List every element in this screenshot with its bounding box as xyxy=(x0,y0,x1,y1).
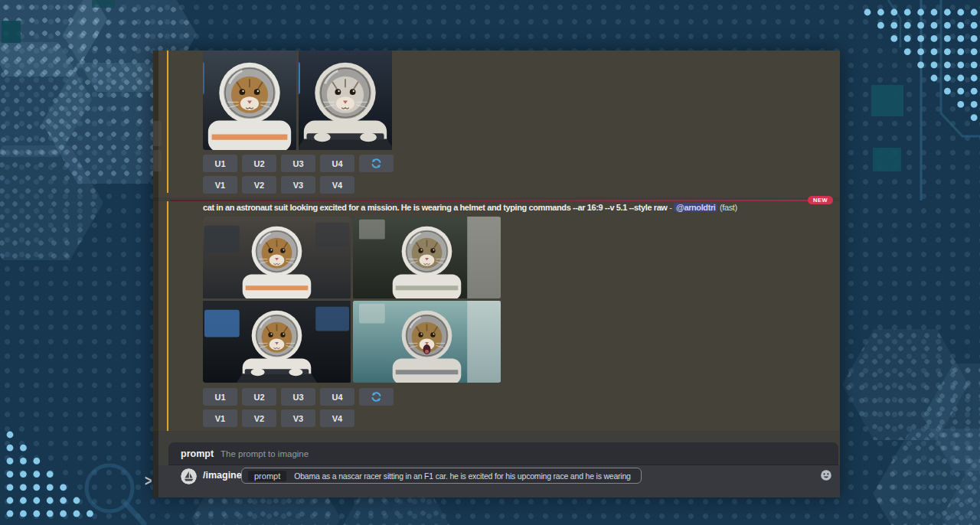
sailboat-icon xyxy=(181,468,197,484)
generated-image-tile[interactable] xyxy=(299,51,392,150)
teal-square-decor xyxy=(871,85,903,116)
midjourney-v2-button[interactable]: V2 xyxy=(242,409,276,427)
command-input-value[interactable]: Obama as a nascar racer sitting in an F1… xyxy=(294,471,631,481)
midjourney-v1-button[interactable]: V1 xyxy=(203,409,237,427)
expand-chevron-icon[interactable]: > xyxy=(145,473,152,491)
generated-image-tile[interactable] xyxy=(353,301,501,383)
cat-astronaut-art xyxy=(353,301,501,383)
emoji-picker-button[interactable] xyxy=(820,469,832,481)
midjourney-u1-button[interactable]: U1 xyxy=(203,388,237,406)
midjourney-v2-button[interactable]: V2 xyxy=(242,176,276,194)
generated-image-tile[interactable] xyxy=(203,217,351,298)
dash-separator: - xyxy=(669,203,671,212)
prompt-text-line: cat in an astronaut suit looking excited… xyxy=(203,203,737,212)
cat-astronaut-art xyxy=(299,51,392,150)
option-chip: prompt xyxy=(248,471,286,481)
variation-button-row: V1V2V3V4 xyxy=(203,409,354,427)
teal-square-decor xyxy=(873,148,901,171)
upscale-button-row: U1U2U3U4 xyxy=(203,155,394,172)
upscale-button-row: U1U2U3U4 xyxy=(203,388,394,406)
command-input-box[interactable]: prompt Obama as a nascar racer sitting i… xyxy=(241,468,642,484)
reroll-button[interactable] xyxy=(359,155,394,172)
midjourney-v4-button[interactable]: V4 xyxy=(320,176,354,194)
generated-image-grid[interactable] xyxy=(203,51,393,150)
midjourney-message-partial: U1U2U3U4 V1V2V3V4 xyxy=(153,51,840,197)
cat-astronaut-art xyxy=(353,217,501,298)
cat-astronaut-art xyxy=(203,217,351,298)
midjourney-message: cat in an astronaut suit looking excited… xyxy=(153,201,840,431)
midjourney-u3-button[interactable]: U3 xyxy=(281,155,315,172)
option-name: prompt xyxy=(181,448,214,459)
midjourney-bot-avatar xyxy=(181,468,197,484)
midjourney-v3-button[interactable]: V3 xyxy=(281,176,315,194)
reroll-circular-arrows-icon xyxy=(371,391,382,403)
prompt-text: cat in an astronaut suit looking excited… xyxy=(203,203,668,212)
screen: { "background": { "base_color": "#173750… xyxy=(0,0,980,525)
smiley-icon xyxy=(820,469,832,481)
slash-command-autocomplete[interactable]: prompt The prompt to imagine xyxy=(168,442,838,465)
midjourney-v4-button[interactable]: V4 xyxy=(320,409,354,427)
midjourney-v3-button[interactable]: V3 xyxy=(281,409,315,427)
midjourney-u2-button[interactable]: U2 xyxy=(242,155,276,172)
slash-command-label: /imagine xyxy=(203,470,242,481)
mention-highlight-border xyxy=(167,51,168,193)
generated-image-tile[interactable] xyxy=(203,301,351,383)
midjourney-u1-button[interactable]: U1 xyxy=(203,155,237,172)
speed-note: (fast) xyxy=(720,203,737,212)
cat-astronaut-art xyxy=(203,301,351,383)
mention-highlight-border xyxy=(167,201,168,431)
variation-button-row: V1V2V3V4 xyxy=(203,176,354,194)
generated-image-grid[interactable] xyxy=(203,217,501,383)
midjourney-u4-button[interactable]: U4 xyxy=(320,388,354,406)
reroll-button[interactable] xyxy=(359,388,394,406)
reroll-circular-arrows-icon xyxy=(371,158,382,169)
cat-astronaut-art xyxy=(203,51,296,150)
midjourney-u4-button[interactable]: U4 xyxy=(320,155,354,172)
teal-square-decor xyxy=(2,21,21,43)
midjourney-v1-button[interactable]: V1 xyxy=(203,176,237,194)
option-description: The prompt to imagine xyxy=(220,449,309,458)
generated-image-tile[interactable] xyxy=(353,217,501,298)
generated-image-tile[interactable] xyxy=(203,51,296,150)
user-mention[interactable]: @arnoldtri xyxy=(674,203,717,212)
midjourney-u3-button[interactable]: U3 xyxy=(281,388,315,406)
discord-window: U1U2U3U4 V1V2V3V4 NEW cat in an astronau… xyxy=(153,51,840,497)
message-input-bar: /imagine prompt Obama as a nascar racer … xyxy=(158,465,840,497)
teal-square-decor xyxy=(92,0,115,8)
midjourney-u2-button[interactable]: U2 xyxy=(242,388,276,406)
